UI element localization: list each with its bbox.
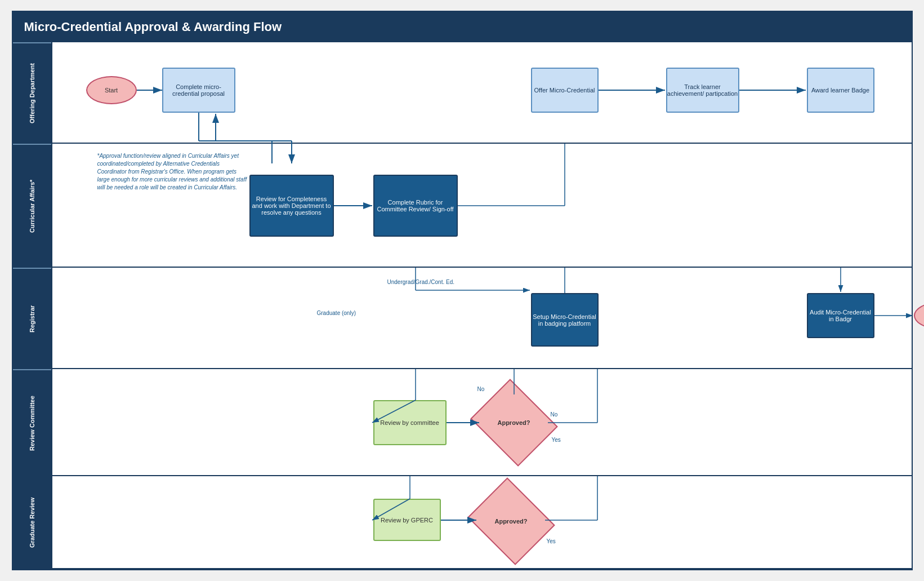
label-no1: No: [477, 386, 485, 392]
lane-label-curricular: Curricular Affairs*: [13, 144, 51, 268]
end-node: End: [914, 303, 925, 329]
lane-offering: Start Complete micro-credential proposal…: [52, 42, 912, 144]
label-yes1: Yes: [552, 437, 561, 443]
lane-curricular: *Approval function/review aligned in Cur…: [52, 144, 912, 268]
arrows-registrar: [52, 268, 912, 368]
review-completeness-node: Review for Completeness and work with De…: [249, 175, 334, 237]
review-committee-node: Review by committee: [373, 400, 447, 445]
diagram-body: Offering Department Curricular Affairs* …: [13, 42, 912, 569]
setup-micro-node: Setup Micro-Credential in badging platfo…: [531, 293, 599, 347]
complete-rubric-node: Complete Rubric for Committee Review/ Si…: [373, 175, 458, 237]
label-no2: No: [551, 411, 558, 418]
start-node: Start: [86, 76, 137, 104]
label-yes2: Yes: [547, 538, 556, 544]
award-badge-node: Award learner Badge: [807, 68, 874, 113]
lane-review: Review by committee Approved? No No Yes: [52, 369, 912, 476]
lane-label-review: Review Committee: [13, 369, 51, 476]
note-text: *Approval function/review aligned in Cur…: [97, 152, 249, 192]
approved-gperc-diamond: Approved?: [477, 493, 545, 549]
label-undergrad: Undergrad/Grad./Cont. Ed.: [387, 279, 455, 285]
audit-micro-node: Audit Micro-Credential in Badgr: [807, 293, 874, 338]
label-graduate: Graduate (only): [317, 310, 356, 316]
diagram-wrapper: Micro-Credential Approval & Awarding Flo…: [12, 11, 913, 570]
lane-label-offering: Offering Department: [13, 42, 51, 144]
review-gperc-node: Review by GPERC: [373, 499, 441, 541]
approved-committee-diamond: Approved?: [480, 394, 548, 451]
lane-label-registrar: Registrar: [13, 268, 51, 369]
complete-proposal-node: Complete micro-credential proposal: [162, 68, 235, 113]
lane-graduate: Review by GPERC Approved? Yes: [52, 476, 912, 569]
lane-labels: Offering Department Curricular Affairs* …: [13, 42, 52, 569]
offer-micro-node: Offer Micro-Credential: [531, 68, 599, 113]
lane-label-graduate: Graduate Review: [13, 476, 51, 569]
lanes-content: Start Complete micro-credential proposal…: [52, 42, 912, 569]
diagram-title: Micro-Credential Approval & Awarding Flo…: [13, 12, 912, 42]
track-learner-node: Track learner achievement/ partipcation: [666, 68, 739, 113]
lane-registrar: Setup Micro-Credential in badging platfo…: [52, 268, 912, 369]
